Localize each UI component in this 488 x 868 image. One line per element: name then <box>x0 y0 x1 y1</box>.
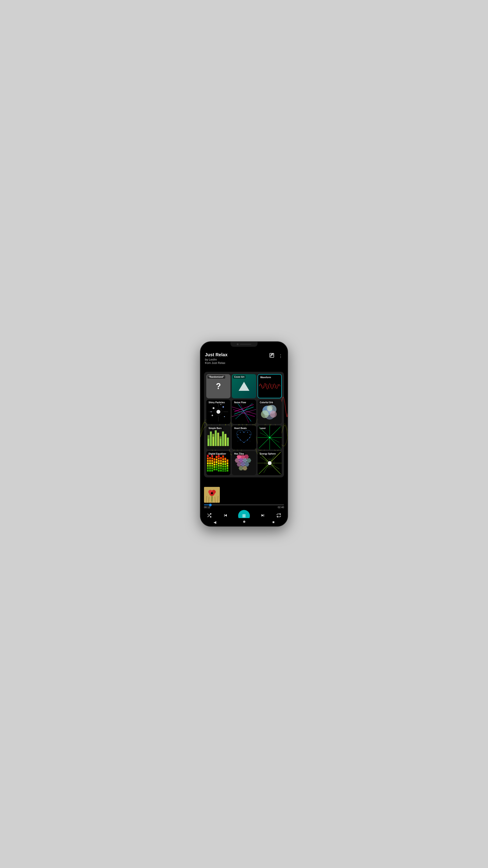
svg-point-2 <box>217 410 220 414</box>
svg-rect-80 <box>212 460 213 462</box>
svg-rect-122 <box>227 460 228 462</box>
header-icons: ⋮ <box>269 352 283 360</box>
svg-rect-111 <box>222 461 224 463</box>
viz-label-hex-tiles: Hex Tiles <box>233 452 245 456</box>
svg-rect-100 <box>218 465 220 467</box>
svg-rect-71 <box>207 470 209 472</box>
phone-frame: Just Relax by Lesfm from Just Relax <box>200 341 288 527</box>
svg-rect-70 <box>207 467 209 469</box>
svg-rect-84 <box>212 470 213 472</box>
svg-point-25 <box>261 410 269 418</box>
time-labels: 00:12 02:40 <box>204 506 284 508</box>
svg-rect-83 <box>212 467 213 469</box>
svg-rect-97 <box>218 458 220 460</box>
viz-label-simple-bars: Simple Bars <box>207 427 223 430</box>
svg-rect-126 <box>227 470 228 472</box>
svg-rect-105 <box>220 462 222 464</box>
song-title: Just Relax <box>205 352 228 358</box>
question-mark-icon: ? <box>216 381 221 391</box>
svg-rect-115 <box>222 470 224 471</box>
svg-line-55 <box>269 437 281 448</box>
svg-point-46 <box>247 439 248 440</box>
camera <box>237 343 238 345</box>
svg-line-61 <box>269 437 279 442</box>
svg-point-40 <box>243 432 244 433</box>
viz-label-colorful-orb: Colorful Orb <box>259 401 274 404</box>
svg-rect-164 <box>245 514 246 518</box>
svg-point-48 <box>250 434 250 435</box>
svg-point-42 <box>238 434 238 435</box>
svg-rect-32 <box>217 433 219 446</box>
svg-rect-29 <box>210 432 212 446</box>
svg-point-47 <box>250 437 250 438</box>
viz-label-laser: Laser <box>259 427 267 430</box>
svg-rect-85 <box>214 458 215 461</box>
svg-point-26 <box>270 411 276 418</box>
svg-rect-34 <box>222 432 224 446</box>
svg-rect-113 <box>222 465 224 467</box>
svg-line-62 <box>262 437 269 445</box>
svg-point-50 <box>238 441 238 441</box>
visualizer-item-shiny-particles[interactable]: Shiny Particles <box>206 400 230 424</box>
svg-point-64 <box>269 437 270 438</box>
svg-rect-118 <box>224 463 226 465</box>
visualizer-item-heart-beats[interactable]: Heart Beats <box>232 426 256 450</box>
viz-label-noise-flow: Noise Flow <box>233 401 247 404</box>
svg-rect-123 <box>227 462 228 464</box>
svg-rect-86 <box>214 461 215 463</box>
visualizer-item-hex-tiles[interactable]: Hex Tiles <box>232 451 256 475</box>
svg-rect-121 <box>224 470 226 471</box>
visualizer-item-digital-equalizer[interactable]: Digital Equalizer <box>206 451 230 475</box>
song-info: Just Relax by Lesfm from Just Relax <box>205 352 228 365</box>
header: Just Relax by Lesfm from Just Relax <box>200 348 288 367</box>
svg-rect-89 <box>214 468 215 470</box>
svg-line-142 <box>269 463 281 474</box>
visualizer-item-cover-art[interactable]: Cover Art <box>232 374 256 398</box>
svg-rect-82 <box>212 465 213 467</box>
viz-label-energy-sphere: Energy Sphere <box>259 452 277 456</box>
back-button[interactable]: ◀ <box>214 520 216 524</box>
visualizer-grid-container: "Randomized" ? Cover Art Wa <box>204 372 284 477</box>
viz-label-randomized: "Randomized" <box>207 375 225 379</box>
viz-label-cover-art: Cover Art <box>233 375 246 379</box>
visualizer-item-energy-sphere[interactable]: Energy Sphere <box>258 451 282 475</box>
svg-rect-35 <box>224 434 226 446</box>
progress-track[interactable] <box>204 504 284 505</box>
song-artist: by Lesfm <box>205 358 228 361</box>
svg-rect-102 <box>218 470 220 472</box>
svg-point-27 <box>267 405 272 411</box>
svg-rect-124 <box>227 465 228 467</box>
svg-rect-109 <box>222 455 224 458</box>
svg-point-7 <box>224 416 225 417</box>
visualizer-item-noise-flow[interactable]: Noise Flow <box>232 400 256 424</box>
song-album: from Just Relax <box>205 361 228 365</box>
svg-point-5 <box>223 406 224 408</box>
visualizer-item-laser[interactable]: Laser <box>258 426 282 450</box>
svg-rect-69 <box>207 465 209 467</box>
visualizer-item-colorful-orb[interactable]: Colorful Orb <box>258 400 282 424</box>
svg-rect-87 <box>214 464 215 466</box>
visualizer-item-waveform[interactable]: Waveform <box>258 374 282 398</box>
viz-label-shiny-particles: Shiny Particles <box>207 401 226 404</box>
viz-label-heart-beats: Heart Beats <box>233 427 248 430</box>
svg-rect-74 <box>209 462 211 464</box>
progress-bar-container: 00:12 02:40 <box>204 504 284 508</box>
svg-rect-94 <box>216 466 218 468</box>
music-icon-button[interactable] <box>269 352 275 360</box>
visualizer-item-simple-bars[interactable]: Simple Bars <box>206 426 230 450</box>
more-options-button[interactable]: ⋮ <box>278 353 283 359</box>
recents-button[interactable]: ■ <box>272 520 275 524</box>
svg-rect-107 <box>220 467 222 469</box>
svg-rect-79 <box>212 458 213 460</box>
triangle-icon <box>238 382 250 391</box>
svg-rect-73 <box>209 460 211 462</box>
svg-point-51 <box>250 441 250 441</box>
svg-rect-92 <box>216 461 218 463</box>
svg-rect-99 <box>218 462 220 464</box>
svg-rect-104 <box>220 460 222 462</box>
home-button[interactable] <box>242 520 246 525</box>
visualizer-item-randomized[interactable]: "Randomized" ? <box>206 374 230 398</box>
total-time: 02:40 <box>278 506 284 508</box>
svg-rect-36 <box>227 437 229 446</box>
svg-rect-31 <box>215 430 217 446</box>
